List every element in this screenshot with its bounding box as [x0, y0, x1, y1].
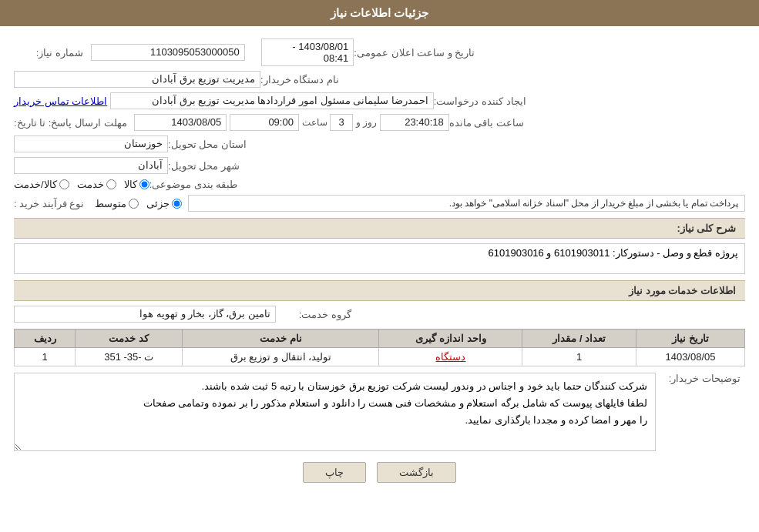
- group-service-label: گروه خدمت:: [282, 309, 351, 320]
- tarikh-label: تاریخ و ساعت اعلان عمومی:: [354, 47, 475, 59]
- ostan-label: استان محل تحویل:: [168, 139, 247, 150]
- nooa-label: نوع فرآیند خرید :: [14, 198, 84, 209]
- radio-kala-khedmat: کالا/خدمت: [14, 179, 69, 190]
- main-content: تاریخ و ساعت اعلان عمومی: 1403/08/01 - 0…: [0, 34, 759, 498]
- col-tedad: تعداد / مقدار: [522, 330, 636, 348]
- col-kod: کد خدمت: [76, 330, 183, 348]
- radio-jazei-input[interactable]: [172, 199, 182, 209]
- row-nooa: پرداخت تمام یا بخشی از مبلغ خریدار از مح…: [14, 195, 745, 212]
- radio-motavaset-label: متوسط: [95, 198, 126, 209]
- radio-motavaset: متوسط: [95, 198, 139, 209]
- sharh-label: شرح کلی نیاز:: [677, 223, 736, 234]
- radio-kala: کالا: [124, 179, 149, 190]
- back-button[interactable]: بازگشت: [377, 462, 456, 483]
- ijad-label: ایجاد کننده درخواست:: [434, 95, 526, 107]
- print-button[interactable]: چاپ: [303, 462, 366, 483]
- ostan-value: خوزستان: [14, 136, 168, 152]
- tosihaat-label: توضیحات خریدار:: [656, 373, 741, 384]
- radio-motavaset-input[interactable]: [129, 199, 139, 209]
- cell-kod: ت -35- 351: [76, 348, 183, 366]
- tabagheh-label: طبقه بندی موضوعی:: [149, 179, 238, 190]
- row-shomare-tarikh: تاریخ و ساعت اعلان عمومی: 1403/08/01 - 0…: [14, 38, 745, 66]
- mohlet-label: مهلت ارسال پاسخ: تا تاریخ:: [14, 117, 127, 129]
- nam-dastgah-value: مدیریت توزیع برق آبادان: [14, 71, 260, 88]
- radio-khedmat: خدمت: [77, 179, 116, 190]
- ijad-value: احمدرضا سلیمانی مسئول امور قراردادها مدی…: [110, 92, 434, 109]
- nooa-radio-group: متوسط جزئی: [95, 198, 182, 209]
- row-ijad: ایجاد کننده درخواست: احمدرضا سلیمانی مسئ…: [14, 92, 745, 109]
- tabagheh-radio-group: کالا/خدمت خدمت کالا: [14, 179, 149, 190]
- section-title-sharh: شرح کلی نیاز:: [14, 218, 745, 239]
- etelaat-link[interactable]: اطلاعات تماس خریدار: [14, 95, 107, 107]
- mohlet-roz-value: 3: [330, 114, 353, 131]
- cell-vahed[interactable]: دستگاه: [379, 348, 522, 366]
- col-vahed: واحد اندازه گیری: [379, 330, 522, 348]
- col-radif: ردیف: [15, 330, 76, 348]
- page-header: جزئیات اطلاعات نیاز: [0, 0, 759, 26]
- col-tarikh-niaz: تاریخ نیاز: [636, 330, 744, 348]
- radio-kala-khedmat-input[interactable]: [59, 179, 69, 189]
- row-tabagheh: طبقه بندی موضوعی: کالا/خدمت خدمت کالا: [14, 179, 745, 190]
- row-group-service: گروه خدمت: تامین برق، گاز، بخار و تهویه …: [14, 306, 745, 323]
- mohlet-baqi-label: ساعت باقی مانده: [449, 117, 524, 129]
- col-name: نام خدمت: [183, 330, 379, 348]
- btn-row: بازگشت چاپ: [14, 462, 745, 483]
- radio-khedmat-label: خدمت: [77, 179, 104, 190]
- mohlet-date-value: 1403/08/05: [134, 114, 227, 131]
- group-service-value: تامین برق، گاز، بخار و تهویه هوا: [14, 306, 276, 323]
- mohlet-baqi-value: 23:40:18: [380, 114, 449, 131]
- mohlet-roz-label: روز و: [356, 117, 377, 128]
- tosihaat-textarea[interactable]: شرکت کنندگان حتما باید خود و اجناس در ون…: [14, 373, 656, 451]
- cell-name: تولید، انتقال و توزیع برق: [183, 348, 379, 366]
- radio-jazei: جزئی: [146, 198, 182, 209]
- row-tosihaat: توضیحات خریدار: شرکت کنندگان حتما باید خ…: [14, 373, 745, 451]
- radio-kala-label: کالا: [124, 179, 137, 190]
- row-shahr: شهر محل تحویل: آبادان: [14, 157, 745, 174]
- service-table: تاریخ نیاز تعداد / مقدار واحد اندازه گیر…: [14, 329, 745, 366]
- page-title: جزئیات اطلاعات نیاز: [331, 6, 428, 19]
- radio-jazei-label: جزئی: [146, 198, 170, 209]
- cell-radif: 1: [15, 348, 76, 366]
- sharh-textarea[interactable]: پروژه قطع و وصل - دستورکار: 6101903011 و…: [14, 243, 745, 274]
- cell-tarikh: 1403/08/05: [636, 348, 744, 366]
- table-header-row: تاریخ نیاز تعداد / مقدار واحد اندازه گیر…: [15, 330, 745, 348]
- radio-kala-khedmat-label: کالا/خدمت: [14, 179, 57, 190]
- mohlet-time-value: 09:00: [230, 114, 299, 131]
- row-nam-dastgah: نام دستگاه خریدار: مدیریت توزیع برق آباد…: [14, 71, 745, 88]
- table-row: 1403/08/05 1 دستگاه تولید، انتقال و توزی…: [15, 348, 745, 366]
- row-ostan: استان محل تحویل: خوزستان: [14, 136, 745, 152]
- shahr-value: آبادان: [14, 157, 168, 174]
- nooa-desc: پرداخت تمام یا بخشی از مبلغ خریدار از مح…: [188, 195, 745, 212]
- row-mohlet: ساعت باقی مانده 23:40:18 روز و 3 ساعت 09…: [14, 114, 745, 131]
- section-title-khadamat: اطلاعات خدمات مورد نیاز: [14, 280, 745, 301]
- service-table-section: تاریخ نیاز تعداد / مقدار واحد اندازه گیر…: [14, 329, 745, 366]
- cell-tedad: 1: [522, 348, 636, 366]
- shomare-niaz-label: شماره نیاز:: [14, 47, 83, 59]
- radio-khedmat-input[interactable]: [106, 179, 116, 189]
- tarikh-value: 1403/08/01 - 08:41: [261, 38, 354, 66]
- mohlet-time-label: ساعت: [302, 117, 327, 128]
- radio-kala-input[interactable]: [139, 179, 149, 189]
- nam-dastgah-label: نام دستگاه خریدار:: [260, 74, 339, 85]
- section2-title: اطلاعات خدمات مورد نیاز: [629, 285, 736, 296]
- shahr-label: شهر محل تحویل:: [168, 160, 240, 172]
- page-wrapper: جزئیات اطلاعات نیاز تاریخ و ساعت اعلان ع…: [0, 0, 759, 532]
- row-sharh: پروژه قطع و وصل - دستورکار: 6101903011 و…: [14, 243, 745, 274]
- shomare-niaz-value: 1103095053000050: [91, 44, 245, 61]
